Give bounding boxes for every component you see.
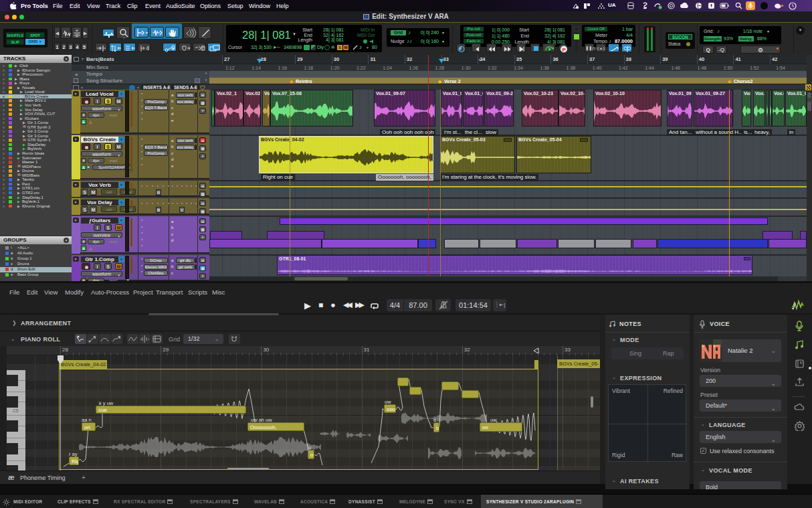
svg-text:P: P: [563, 47, 567, 53]
